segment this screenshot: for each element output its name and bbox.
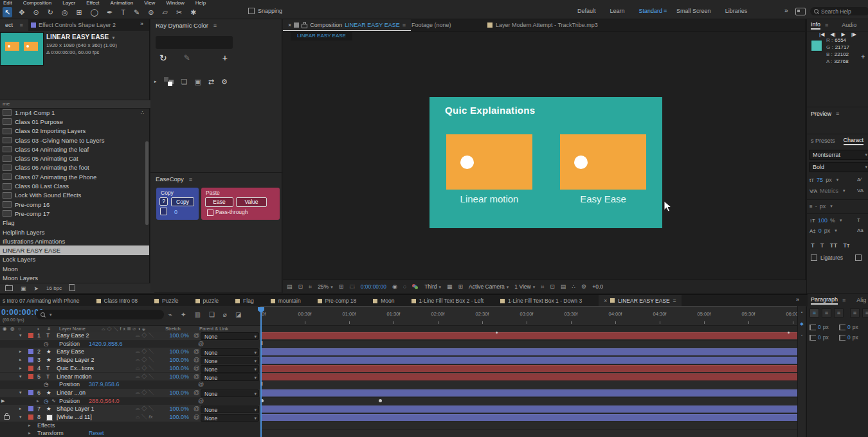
timeline-track-row[interactable] <box>260 364 797 373</box>
timeline-layer-row[interactable]: ▾1TEasy Ease 2⌓◇╲100.0%@None▾ <box>0 332 260 341</box>
parent-select[interactable]: None▾ <box>201 348 259 356</box>
twirl-icon[interactable]: ▸ <box>19 348 22 355</box>
ligatures-row[interactable]: Ligatures <box>811 254 862 261</box>
stretch-value[interactable]: 100.0% <box>161 413 189 421</box>
clone-stamp-tool-icon[interactable]: ⊚ <box>146 7 156 17</box>
workspace-item[interactable]: Small Screen <box>676 8 711 14</box>
snapping-checkbox[interactable] <box>248 8 255 14</box>
twirl-icon[interactable]: ▾ <box>19 413 22 421</box>
faux-style-button[interactable]: T <box>820 242 824 249</box>
timeline-property-row[interactable]: ◷Position387.9,858.6@ <box>0 380 260 389</box>
show-channel-icon[interactable] <box>412 284 419 289</box>
tab-project[interactable]: ect ≡ <box>0 19 28 31</box>
layer-name[interactable]: Linear ...on <box>57 389 86 397</box>
timeline-track-row[interactable] <box>260 397 797 406</box>
faux-style-button[interactable]: T <box>811 242 815 249</box>
time-ruler[interactable]: 0:00f00:30f01:00f01:30f02:00f02:30f03:00… <box>260 307 797 326</box>
twirl-icon[interactable]: ▸ <box>19 405 22 413</box>
tab-layer[interactable]: Layer Modern Attempt - TrackTribe.mp3 <box>487 22 598 28</box>
layer-name[interactable]: Easy Ease <box>57 348 84 355</box>
font-family-select[interactable]: Montserrat▾ <box>809 150 868 160</box>
snapshot-icon[interactable]: ◉ <box>392 283 397 290</box>
twirl-icon[interactable]: ▸ <box>28 429 31 437</box>
previous-frame-button[interactable]: ◀| <box>830 31 835 37</box>
eraser-tool-icon[interactable]: ▱ <box>160 7 169 17</box>
pickwhip-icon[interactable]: @ <box>198 340 204 348</box>
draft-3d-icon[interactable]: ✦ <box>181 311 186 318</box>
layer-switches[interactable]: ⌓◇╲ <box>136 348 156 355</box>
property-name[interactable]: Position <box>59 397 80 405</box>
layer-switches[interactable]: ⌓◇╲ <box>136 405 156 413</box>
layer-duration-bar[interactable] <box>260 373 797 380</box>
always-preview-icon[interactable]: ▤ <box>287 283 293 290</box>
swap-icon[interactable]: ⇄ <box>208 78 214 86</box>
close-icon[interactable]: × <box>604 298 607 304</box>
faux-style-button[interactable]: TT <box>830 242 838 249</box>
stretch-value[interactable]: 100.0% <box>161 356 189 364</box>
timeline-property-row[interactable]: ▶▸◷∿Position288.0,564.0@ <box>0 397 260 406</box>
copy-button[interactable]: Copy <box>171 197 194 206</box>
parent-select[interactable]: None▾ <box>201 389 259 397</box>
layer-name[interactable]: Linear motion <box>57 373 92 380</box>
primary-viewer-icon[interactable]: ⊡ <box>298 283 303 290</box>
project-item[interactable]: Class 01 Purpose <box>0 117 149 126</box>
project-item[interactable]: Pre-comp 17 <box>0 209 149 218</box>
parent-select[interactable]: None▾ <box>201 365 259 373</box>
workspace-item[interactable]: Learn <box>610 8 625 14</box>
refresh-icon[interactable]: ↻ <box>159 53 167 63</box>
label-color-swatch[interactable] <box>28 366 33 371</box>
layer-switches[interactable]: ⌓╲fx <box>136 413 153 421</box>
timeline-track-row[interactable]: I <box>260 340 797 349</box>
fast-previews-icon[interactable]: ▦ <box>447 283 453 290</box>
tsume-icon[interactable]: Aa <box>857 227 863 233</box>
close-icon[interactable]: × <box>288 22 291 28</box>
brush-tool-icon[interactable]: ✎ <box>132 7 141 17</box>
tab-footage[interactable]: Footage (none) <box>411 22 451 28</box>
add-icon[interactable]: + <box>861 53 865 60</box>
property-name[interactable]: Position <box>59 340 80 348</box>
pickwhip-icon[interactable]: @ <box>198 380 204 388</box>
layer-switches[interactable]: ⌓◇╲ <box>136 389 156 397</box>
parent-select[interactable]: None▾ <box>201 373 259 381</box>
hindi-digits-checkbox[interactable] <box>855 254 862 261</box>
layer-switches[interactable]: ⌓◇╲ <box>136 364 156 372</box>
ease-button[interactable]: Ease <box>205 197 233 207</box>
rotation-tool-icon[interactable]: ↻ <box>46 7 55 17</box>
pen-tool-icon[interactable]: ✒ <box>105 7 114 17</box>
timeline-track-row[interactable] <box>260 373 797 382</box>
gear-icon[interactable]: ⚙ <box>221 78 228 86</box>
zoom-tool-icon[interactable]: ⊙ <box>31 7 41 17</box>
workspace-item[interactable]: Standard <box>639 8 663 14</box>
twirl-icon[interactable]: ▾ <box>19 373 22 380</box>
layer-duration-bar[interactable] <box>260 348 797 355</box>
selection-target-icon[interactable]: ▣ <box>194 78 201 86</box>
property-value[interactable]: 1420.9,858.6 <box>89 340 123 348</box>
selection-tool-icon[interactable]: ↖ <box>3 7 12 17</box>
font-style-select[interactable]: Bold▾ <box>809 162 868 172</box>
add-icon[interactable]: + <box>222 53 228 63</box>
tracking-icon[interactable]: VA <box>857 188 863 193</box>
layer-duration-bar[interactable] <box>260 365 797 372</box>
hide-shy-icon[interactable]: ▥ <box>194 311 200 318</box>
project-item[interactable]: Class 02 Importing Layers <box>0 127 149 136</box>
easecopy-header[interactable]: EaseCopy≡ <box>150 172 287 183</box>
align-center-button[interactable]: ≡ <box>822 308 831 317</box>
comp-mini-flowchart-icon[interactable]: ⌁ <box>168 311 172 318</box>
property-name[interactable]: Position <box>59 380 80 388</box>
layer-duration-bar[interactable] <box>260 389 797 397</box>
bucket-icon[interactable] <box>160 208 167 215</box>
view-layout-select[interactable]: 1 View▾ <box>514 283 535 290</box>
panel-menu-icon[interactable]: ≡ <box>213 22 217 29</box>
faux-style-button[interactable]: Tᴛ <box>843 242 849 249</box>
project-item[interactable]: Class 03 -Giving Name to Layers <box>0 136 149 145</box>
paragraph-indent-field[interactable]: 0px <box>809 324 839 330</box>
label-color-swatch[interactable] <box>28 406 33 411</box>
workspace-menu-icon[interactable]: ≡ <box>664 8 667 14</box>
toolbar-overflow-icon[interactable]: » <box>784 7 788 14</box>
align-right-button[interactable]: ≡ <box>834 308 844 317</box>
twirl-icon[interactable]: ▸ <box>37 397 39 405</box>
next-frame-button[interactable]: |▶ <box>851 31 856 37</box>
show-snapshot-icon[interactable]: ◌ <box>403 283 406 290</box>
layer-name[interactable]: Shape Layer 2 <box>57 356 95 364</box>
paragraph-indent-field[interactable]: 0px <box>839 324 868 330</box>
